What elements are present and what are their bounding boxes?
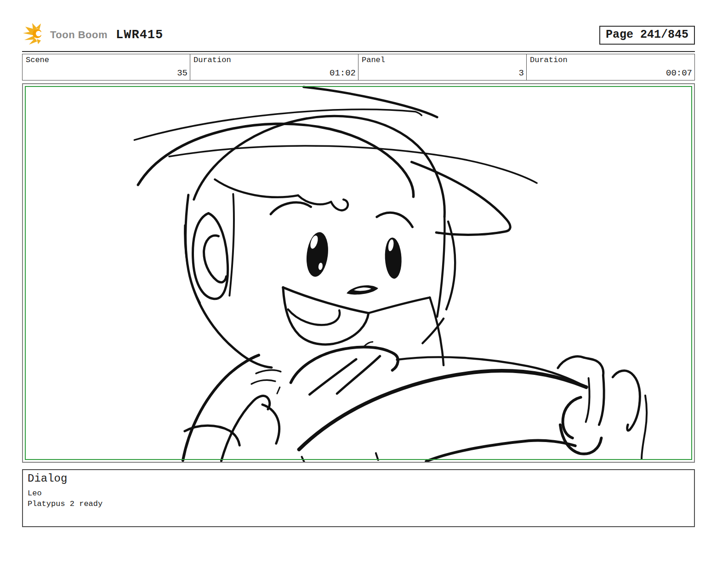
- ear-inner: [204, 236, 227, 282]
- ear-outer: [193, 213, 228, 299]
- hat-brim-tip-loop: [411, 162, 510, 235]
- hand-outline: [291, 347, 398, 383]
- scene-value: 35: [23, 68, 190, 80]
- header-divider: [22, 51, 695, 52]
- panel-value: 3: [358, 68, 526, 80]
- panel-label: Panel: [358, 54, 526, 64]
- fringe-curl: [331, 200, 348, 210]
- panel-duration-cell: Duration 00:07: [527, 54, 695, 80]
- panel-duration-label: Duration: [527, 54, 694, 64]
- wheel-rim-thick: [299, 371, 586, 449]
- hand-nail-tick: [364, 342, 373, 346]
- hand-finger-2: [337, 356, 380, 394]
- fist-inner-line: [586, 378, 590, 422]
- head-top: [194, 116, 445, 217]
- scene-duration-label: Duration: [190, 54, 358, 64]
- page: Toon Boom LWR415 Page 241/845 Scene 35 D…: [22, 23, 695, 527]
- fist-right-edge: [599, 375, 604, 425]
- scene-cell: Scene 35: [22, 54, 190, 80]
- bottom-tick-1: [302, 457, 305, 462]
- fist-thumb: [563, 397, 581, 438]
- fist-knuckles: [558, 356, 603, 375]
- scene-duration-value: 01:02: [190, 68, 358, 80]
- far-finger-1: [613, 371, 640, 431]
- far-finger-2: [642, 396, 647, 459]
- header: Toon Boom LWR415 Page 241/845: [22, 23, 695, 47]
- panel-duration-value: 00:07: [527, 68, 694, 80]
- fist-bottom: [560, 425, 602, 454]
- left-eyebrow: [271, 202, 311, 214]
- jaw-line: [430, 298, 444, 365]
- info-row: Scene 35 Duration 01:02 Panel 3 Duration…: [22, 54, 695, 80]
- dialog-line: Platypus 2 ready: [28, 499, 689, 510]
- cuff-tick: [277, 387, 280, 394]
- bottom-tick-2: [376, 453, 378, 460]
- right-eyebrow: [377, 213, 413, 227]
- dialog-heading: Dialog: [28, 472, 689, 485]
- project-title: LWR415: [116, 28, 163, 42]
- hat-crown-arc: [138, 124, 413, 197]
- storyboard-sketch: [23, 84, 694, 462]
- storyboard-panel: [22, 83, 695, 463]
- scene-label: Scene: [23, 54, 190, 64]
- hand-finger-1: [310, 359, 357, 395]
- starburst-icon: [22, 23, 46, 48]
- cuff-mark-2: [251, 380, 275, 384]
- tongue-line: [288, 310, 340, 325]
- fringe-sweep: [215, 179, 298, 197]
- dialog-box: Dialog Leo Platypus 2 ready: [22, 469, 695, 527]
- wheel-rim-lower: [426, 440, 575, 461]
- thumb-curl: [262, 405, 279, 444]
- page-number-box: Page 241/845: [599, 26, 695, 45]
- cheek-line: [369, 298, 430, 313]
- hat-brim-far-line: [169, 146, 537, 183]
- scene-duration-cell: Duration 01:02: [190, 54, 358, 80]
- logo-brand-text: Toon Boom: [50, 29, 108, 41]
- toonboom-logo: Toon Boom: [22, 23, 108, 48]
- cuff-mark-1: [256, 370, 281, 373]
- sideburn: [229, 194, 234, 296]
- eyes-and-nose: [304, 231, 403, 294]
- dialog-character: Leo: [28, 488, 689, 499]
- head-left-edge: [186, 195, 272, 368]
- panel-cell: Panel 3: [358, 54, 527, 80]
